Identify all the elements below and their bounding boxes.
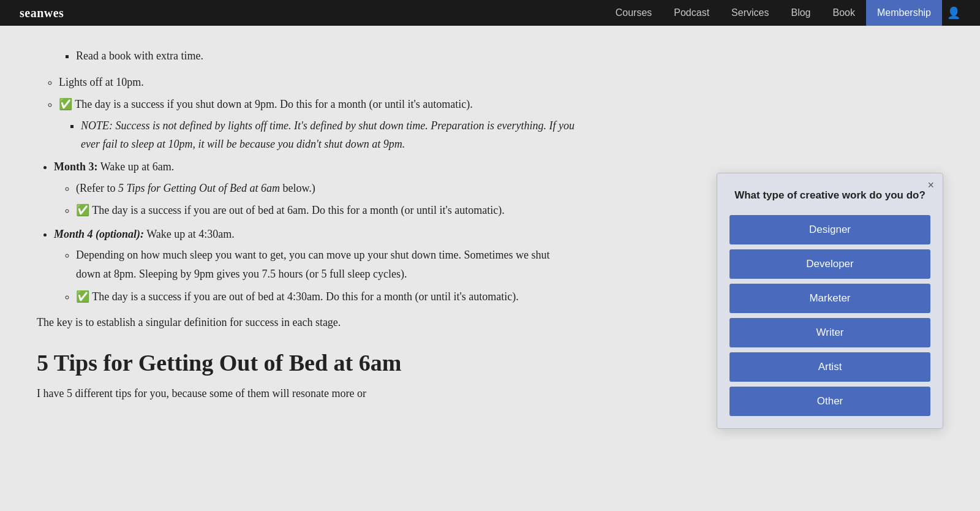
popup-title: What type of creative work do you do? xyxy=(729,188,930,203)
note-list: NOTE: Success is not defined by lights o… xyxy=(59,116,576,154)
month3-list: Month 3: Wake up at 6am. (Refer to 5 Tip… xyxy=(37,157,576,306)
popup-btn-designer[interactable]: Designer xyxy=(729,215,930,244)
month3-sub1: (Refer to 5 Tips for Getting Out of Bed … xyxy=(76,179,576,198)
month4-sub2: ✅ The day is a success if you are out of… xyxy=(76,287,576,306)
month3-sub1-italic: 5 Tips for Getting Out of Bed at 6am xyxy=(118,182,280,194)
list-item-square-wrapper: Read a book with extra time. xyxy=(54,47,576,66)
main-content: Read a book with extra time. Lights off … xyxy=(0,26,612,450)
brand-logo[interactable]: seanwes xyxy=(20,3,64,23)
popup-close-button[interactable]: × xyxy=(927,180,934,191)
month3-label: Month 3: xyxy=(54,161,98,173)
user-icon[interactable]: 👤 xyxy=(947,4,960,22)
month4-text: Wake up at 4:30am. xyxy=(144,228,235,240)
month4-label: Month 4 (optional): xyxy=(54,228,144,240)
outer-list: Read a book with extra time. xyxy=(37,47,576,66)
popup-btn-artist[interactable]: Artist xyxy=(729,352,930,382)
section-sub: I have 5 different tips for you, because… xyxy=(37,384,576,403)
list-item-success-9pm: ✅ The day is a success if you shut down … xyxy=(59,95,576,154)
popup-btn-developer[interactable]: Developer xyxy=(729,249,930,279)
nav-item-book[interactable]: Book xyxy=(822,0,866,26)
nav-item-courses[interactable]: Courses xyxy=(605,0,663,26)
list-item-read-book: Read a book with extra time. xyxy=(76,47,576,66)
month4-sub1: Depending on how much sleep you want to … xyxy=(76,246,576,283)
square-list: Read a book with extra time. xyxy=(54,47,576,66)
popup-btn-marketer[interactable]: Marketer xyxy=(729,284,930,313)
popup-dialog: × What type of creative work do you do? … xyxy=(717,173,943,429)
content-area: Read a book with extra time. Lights off … xyxy=(37,47,576,403)
nav-item-podcast[interactable]: Podcast xyxy=(663,0,720,26)
nav-item-services[interactable]: Services xyxy=(720,0,780,26)
nav-item-blog[interactable]: Blog xyxy=(780,0,821,26)
top-circle-list: Lights off at 10pm. ✅ The day is a succe… xyxy=(37,73,576,154)
month4-item: Month 4 (optional): Wake up at 4:30am. D… xyxy=(54,225,576,306)
month4-sub-list: Depending on how much sleep you want to … xyxy=(54,246,576,306)
list-item-lights-off: Lights off at 10pm. xyxy=(59,73,576,92)
month3-text: Wake up at 6am. xyxy=(98,161,175,173)
key-para: The key is to establish a singular defin… xyxy=(37,313,576,332)
section-heading: 5 Tips for Getting Out of Bed at 6am xyxy=(37,349,576,377)
month3-sub2: ✅ The day is a success if you are out of… xyxy=(76,201,576,220)
month3-item: Month 3: Wake up at 6am. (Refer to 5 Tip… xyxy=(54,157,576,220)
note-item: NOTE: Success is not defined by lights o… xyxy=(81,116,576,154)
nav-item-membership[interactable]: Membership xyxy=(866,0,942,26)
month3-sub-list: (Refer to 5 Tips for Getting Out of Bed … xyxy=(54,179,576,220)
popup-btn-writer[interactable]: Writer xyxy=(729,318,930,347)
popup-btn-other[interactable]: Other xyxy=(729,387,930,416)
